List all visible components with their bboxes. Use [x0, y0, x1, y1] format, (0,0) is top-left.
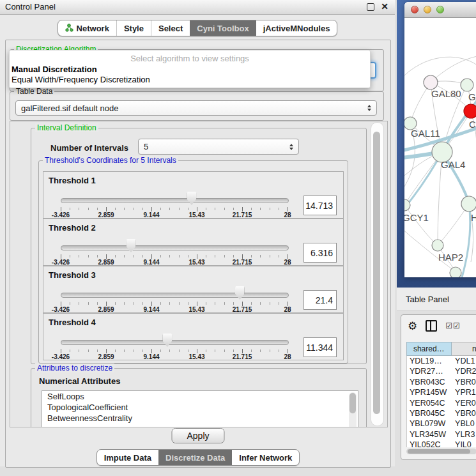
float-window-icon[interactable]	[367, 3, 374, 11]
table-data-value: galFiltered.sif default node	[21, 104, 364, 113]
checkbox-icons[interactable]: ☑☑	[445, 321, 461, 330]
slider-tick-labels: -3.4262.8599.14415.4321.71528	[61, 306, 288, 313]
list-item-betweennesscentrality[interactable]: BetweennessCentrality	[42, 413, 358, 424]
column-header-shared[interactable]: shared…	[406, 342, 452, 356]
table-data-combobox[interactable]: galFiltered.sif default node	[15, 100, 377, 116]
tab-cyni-toolbox[interactable]: Cyni Toolbox	[190, 20, 256, 36]
threshold-1-row: Threshold 1 -3.4262.8599.14415.4321.7152…	[43, 171, 344, 219]
threshold-1-slider-thumb[interactable]	[187, 192, 196, 205]
tab-select[interactable]: Select	[151, 20, 190, 36]
table-row[interactable]: YLR345WYLR3	[407, 429, 476, 440]
numerical-attributes-list: SelfLoops TopologicalCoefficient Between…	[42, 390, 358, 427]
table-panel-titlebar: Table Panel	[397, 288, 476, 311]
number-of-intervals-label: Number of Intervals	[50, 143, 128, 153]
tab-infer-network[interactable]: Infer Network	[232, 450, 299, 465]
tab-network[interactable]: Network	[58, 20, 116, 36]
top-tab-bar: Network Style Select Cyni Toolbox jActiv…	[0, 20, 395, 36]
list-item-topologicalcoefficient[interactable]: TopologicalCoefficient	[42, 402, 358, 413]
attributes-list-scrollbar[interactable]	[349, 392, 357, 427]
network-view-window: GAL80 GA C GAL11 GAL4 GCY1 H HAP2	[404, 2, 476, 277]
node-gal80[interactable]	[424, 75, 438, 89]
node-label-gcy1: GCY1	[404, 212, 429, 223]
settings-vertical-scrollbar[interactable]	[371, 122, 384, 426]
table-row[interactable]: YDL19…YDL1	[407, 356, 476, 366]
window-title: Control Panel	[5, 2, 56, 12]
node-label-hap2: HAP2	[438, 252, 463, 263]
node-label-ga: GA	[468, 91, 476, 102]
slider-tick-labels: -3.4262.8599.14415.4321.71528	[61, 353, 288, 360]
tab-impute-data[interactable]: Impute Data	[97, 450, 158, 465]
threshold-3-slider-thumb[interactable]	[235, 286, 245, 300]
node-label-h: H	[471, 212, 476, 223]
interval-definition-title: Interval Definition	[35, 123, 98, 132]
node-label-gal80: GAL80	[431, 88, 461, 99]
node-label-gal11: GAL11	[411, 128, 440, 139]
table-row[interactable]: YIL052CYIL0	[407, 440, 476, 447]
close-traffic-light[interactable]	[411, 6, 418, 13]
column-layout-icon[interactable]	[426, 320, 437, 332]
attributes-group: Attributes to discretize Numerical Attri…	[31, 368, 367, 427]
list-item-selfloops[interactable]: SelfLoops	[42, 391, 358, 402]
threshold-2-value-field[interactable]: 6.316	[303, 243, 337, 263]
threshold-3-value-field[interactable]: 21.4	[303, 290, 337, 310]
threshold-2-slider-thumb[interactable]	[127, 239, 136, 252]
combo-spinner-icon	[289, 144, 293, 150]
node-red[interactable]	[464, 104, 476, 118]
cyni-toolbox-panel: Discretization Algorithm Select algorith…	[5, 40, 391, 468]
control-panel-window: Control Panel ✕ Network Style	[0, 0, 395, 466]
algorithm-option-manual[interactable]: Manual Discretization	[10, 65, 370, 75]
close-icon[interactable]: ✕	[381, 1, 388, 12]
network-canvas[interactable]: GAL80 GA C GAL11 GAL4 GCY1 H HAP2	[404, 18, 476, 277]
settings-scrollpane: Interval Definition Number of Intervals …	[10, 121, 388, 427]
slider-tick-labels: -3.4262.8599.14415.4321.71528	[61, 211, 288, 219]
attributes-group-title: Attributes to discretize	[35, 364, 114, 372]
node-table: shared… na YDL19…YDL1 YDR27…YDR2 YBR043C…	[406, 342, 476, 447]
table-panel-toolbar: ⚙ ☑☑	[408, 320, 461, 332]
numerical-attributes-heading: Numerical Attributes	[39, 376, 120, 386]
threshold-2-row: Threshold 2 -3.4262.8599.14415.4321.7152…	[43, 219, 344, 266]
algorithm-dropdown-popup: Select algorithm to view settings Manual…	[9, 50, 371, 88]
thresholds-group: Threshold's Coordinates for 5 Intervals …	[38, 160, 348, 364]
table-data-title: Table Data	[14, 87, 54, 96]
gear-icon[interactable]: ⚙	[408, 321, 417, 332]
table-panel: ⚙ ☑☑ shared… na YDL19…YDL1 YDR27…YDR2 YB…	[401, 314, 476, 460]
table-data-group: Table Data galFiltered.sif default node	[10, 91, 384, 121]
screen: Control Panel ✕ Network Style	[0, 0, 476, 476]
node-hap2[interactable]	[432, 240, 443, 251]
control-panel-titlebar: Control Panel ✕	[0, 0, 395, 15]
threshold-4-value-field[interactable]: 11.344	[303, 337, 337, 357]
threshold-4-slider-thumb[interactable]	[162, 334, 172, 347]
table-header-row: shared… na	[406, 342, 476, 356]
apply-button[interactable]: Apply	[171, 428, 224, 443]
number-of-intervals-value: 5	[144, 142, 286, 151]
number-of-intervals-combobox[interactable]: 5	[138, 139, 299, 155]
column-header-name[interactable]: na	[452, 342, 476, 356]
combo-spinner-icon	[367, 105, 371, 111]
tab-network-label: Network	[77, 24, 109, 33]
table-horizontal-scrollbar[interactable]	[406, 449, 476, 454]
table-row[interactable]: YDR27…YDR2	[407, 366, 476, 376]
tab-jactivemnodules[interactable]: jActiveMNodules	[256, 20, 337, 36]
algorithm-option-equal-width[interactable]: Equal Width/Frequency Discretization	[10, 75, 370, 85]
table-row[interactable]: YER054CYER0	[407, 398, 476, 408]
node-h[interactable]	[461, 196, 476, 211]
minimize-traffic-light[interactable]	[424, 6, 431, 13]
node-label-c: C	[469, 119, 476, 130]
node-label-gal4: GAL4	[441, 159, 465, 170]
tab-style[interactable]: Style	[116, 20, 151, 36]
tab-discretize-data[interactable]: Discretize Data	[158, 450, 232, 465]
table-row[interactable]: YPR145WYPR1	[407, 387, 476, 397]
node-ga[interactable]	[461, 79, 473, 91]
interval-definition-group: Interval Definition Number of Intervals …	[31, 128, 367, 364]
threshold-3-row: Threshold 3 -3.4262.8599.14415.4321.7152…	[43, 266, 344, 313]
table-panel-title: Table Panel	[406, 295, 449, 304]
table-row[interactable]: YBR045CYBR0	[407, 408, 476, 418]
slider-tick-labels: -3.4262.8599.14415.4321.71528	[61, 259, 288, 266]
node-bottom-partial[interactable]	[450, 267, 461, 277]
desktop-background: GAL80 GA C GAL11 GAL4 GCY1 H HAP2	[397, 0, 476, 288]
threshold-1-value-field[interactable]: 14.713	[303, 196, 337, 215]
zoom-traffic-light[interactable]	[436, 6, 444, 13]
table-row[interactable]: YBR043CYBR0	[407, 377, 476, 387]
network-window-titlebar	[404, 2, 476, 18]
table-row[interactable]: YBL079WYBL0	[407, 418, 476, 429]
